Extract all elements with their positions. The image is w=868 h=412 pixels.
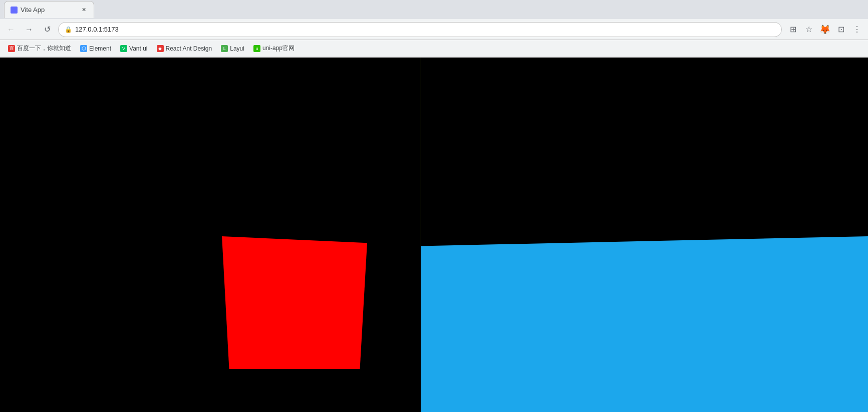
bookmark-element-label: Element xyxy=(89,45,111,52)
bookmark-vant-label: Vant ui xyxy=(129,45,147,52)
extensions-button[interactable]: ⊡ xyxy=(834,23,848,37)
vant-icon: V xyxy=(120,45,127,52)
bookmark-layui[interactable]: L Layui xyxy=(217,43,248,54)
forward-button[interactable]: → xyxy=(22,23,36,37)
blue-shape xyxy=(421,236,868,412)
bookmark-react-antd-label: React Ant Design xyxy=(166,45,212,52)
bookmark-layui-label: Layui xyxy=(230,45,244,52)
bookmark-baidu-label: 百度一下，你就知道 xyxy=(17,44,71,53)
tab-close-button[interactable]: ✕ xyxy=(80,6,88,14)
browser-chrome: Vite App ✕ ← → ↺ 🔒 127.0.0.1:5173 ⊞ ☆ 🦊 … xyxy=(0,0,868,58)
back-button[interactable]: ← xyxy=(4,23,18,37)
react-antd-icon: ◆ xyxy=(157,45,164,52)
uniapp-icon: u xyxy=(253,45,260,52)
url-text: 127.0.0.1:5173 xyxy=(75,26,775,33)
baidu-icon: 百 xyxy=(8,45,15,52)
browser-tab[interactable]: Vite App ✕ xyxy=(4,1,94,18)
bookmarks-bar: 百 百度一下，你就知道 ⬡ Element V Vant ui ◆ React … xyxy=(0,40,868,57)
bookmark-uniapp[interactable]: u uni-app官网 xyxy=(249,42,299,55)
lock-icon: 🔒 xyxy=(65,26,72,33)
tab-title: Vite App xyxy=(21,6,45,14)
menu-button[interactable]: ⋮ xyxy=(850,23,864,37)
bookmark-vant[interactable]: V Vant ui xyxy=(116,43,151,54)
address-bar[interactable]: 🔒 127.0.0.1:5173 xyxy=(58,22,782,37)
nav-bar: ← → ↺ 🔒 127.0.0.1:5173 ⊞ ☆ 🦊 ⊡ ⋮ xyxy=(0,19,868,40)
bookmark-element[interactable]: ⬡ Element xyxy=(76,43,115,54)
tab-bar: Vite App ✕ xyxy=(0,0,868,19)
reload-button[interactable]: ↺ xyxy=(40,23,54,37)
bookmark-baidu[interactable]: 百 百度一下，你就知道 xyxy=(4,42,75,55)
profile-button[interactable]: 🦊 xyxy=(818,23,832,37)
layui-icon: L xyxy=(221,45,228,52)
bookmark-react-antd[interactable]: ◆ React Ant Design xyxy=(153,43,216,54)
red-shape xyxy=(222,236,367,369)
bookmark-uniapp-label: uni-app官网 xyxy=(262,44,295,53)
page-content: CSDN @跟 耿瑞 卷出一片天 xyxy=(0,58,868,412)
bookmark-button[interactable]: ☆ xyxy=(802,23,816,37)
translate-button[interactable]: ⊞ xyxy=(786,23,800,37)
browser-actions: ⊞ ☆ 🦊 ⊡ ⋮ xyxy=(786,23,864,37)
tab-favicon xyxy=(11,7,18,14)
element-icon: ⬡ xyxy=(80,45,87,52)
